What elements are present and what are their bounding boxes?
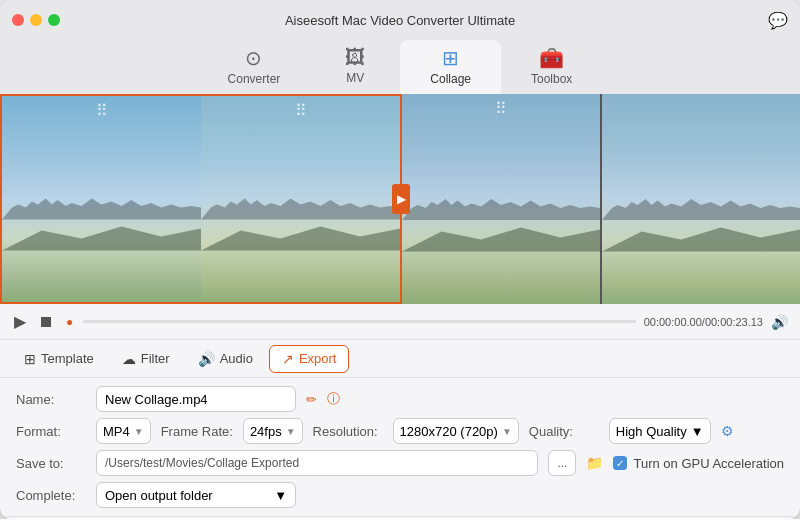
preview-right: ⠿ [402, 94, 800, 304]
tab-export[interactable]: ↗ Export [269, 345, 350, 373]
nav-tab-collage[interactable]: ⊞ Collage [400, 40, 501, 94]
format-arrow: ▼ [134, 426, 144, 437]
format-value: MP4 [103, 424, 130, 439]
quality-value: High Quality [616, 424, 687, 439]
format-select[interactable]: MP4 ▼ [96, 418, 151, 444]
main-nav: ⊙ Converter 🖼 MV ⊞ Collage 🧰 Toolbox [0, 40, 800, 94]
mv-icon: 🖼 [345, 46, 365, 69]
nav-tab-toolbox[interactable]: 🧰 Toolbox [501, 40, 602, 94]
app-window: Aiseesoft Mac Video Converter Ultimate 💬… [0, 0, 800, 519]
play-button[interactable]: ▶ [12, 310, 28, 333]
preview-area: ⠿ ▶ ⠿ ⠿ [0, 94, 800, 304]
maximize-button[interactable] [48, 14, 60, 26]
tab-audio-label: Audio [220, 351, 253, 366]
close-button[interactable] [12, 14, 24, 26]
resolution-label: Resolution: [313, 424, 383, 439]
record-button[interactable]: ● [64, 313, 75, 331]
grid-icon-3: ⠿ [495, 99, 507, 118]
saveto-row: Save to: ... 📁 ✓ Turn on GPU Acceleratio… [16, 450, 784, 476]
saveto-input[interactable] [96, 450, 538, 476]
resolution-value: 1280x720 (720p) [400, 424, 498, 439]
window-title: Aiseesoft Mac Video Converter Ultimate [285, 13, 515, 28]
grid-icon-2: ⠿ [295, 101, 307, 120]
settings-gear-icon[interactable]: ⚙ [721, 423, 734, 439]
resolution-arrow: ▼ [502, 426, 512, 437]
preview-panel-3: ⠿ [402, 94, 600, 304]
tab-filter[interactable]: ☁ Filter [110, 346, 182, 372]
titlebar: Aiseesoft Mac Video Converter Ultimate 💬 [0, 0, 800, 40]
nav-tab-converter-label: Converter [228, 72, 281, 86]
playback-bar: ▶ ⏹ ● 00:00:00.00/00:00:23.13 🔊 [0, 304, 800, 340]
preview-panel-4 [602, 94, 800, 304]
nav-tab-mv-label: MV [346, 71, 364, 85]
volume-icon[interactable]: 🔊 [771, 314, 788, 330]
progress-bar[interactable] [83, 320, 635, 323]
quality-arrow: ▼ [691, 424, 704, 439]
minimize-button[interactable] [30, 14, 42, 26]
format-row: Format: MP4 ▼ Frame Rate: 24fps ▼ Resolu… [16, 418, 784, 444]
traffic-lights [12, 14, 60, 26]
playback-time: 00:00:00.00/00:00:23.13 [644, 316, 763, 328]
tab-template-label: Template [41, 351, 94, 366]
complete-arrow: ▼ [274, 488, 287, 503]
name-label: Name: [16, 392, 86, 407]
quality-select[interactable]: High Quality ▼ [609, 418, 711, 444]
name-row: Name: ✏ ⓘ [16, 386, 784, 412]
settings-panel: Name: ✏ ⓘ Format: MP4 ▼ Frame Rate: 24fp… [0, 378, 800, 516]
complete-select[interactable]: Open output folder ▼ [96, 482, 296, 508]
export-tab-icon: ↗ [282, 351, 294, 367]
audio-tab-icon: 🔊 [198, 351, 215, 367]
nav-tab-collage-label: Collage [430, 72, 471, 86]
complete-label: Complete: [16, 488, 86, 503]
edit-icon[interactable]: ✏ [306, 392, 317, 407]
template-tab-icon: ⊞ [24, 351, 36, 367]
gpu-acceleration-row: ✓ Turn on GPU Acceleration [613, 456, 784, 471]
gpu-checkbox[interactable]: ✓ [613, 456, 627, 470]
collage-icon: ⊞ [442, 46, 459, 70]
nav-tab-converter[interactable]: ⊙ Converter [198, 40, 311, 94]
chat-icon[interactable]: 💬 [768, 11, 788, 30]
quality-label: Quality: [529, 424, 599, 439]
nav-tab-toolbox-label: Toolbox [531, 72, 572, 86]
converter-icon: ⊙ [245, 46, 262, 70]
tab-export-label: Export [299, 351, 337, 366]
tab-bar: ⊞ Template ☁ Filter 🔊 Audio ↗ Export [0, 340, 800, 378]
info-icon[interactable]: ⓘ [327, 390, 340, 408]
framerate-arrow: ▼ [286, 426, 296, 437]
tab-template[interactable]: ⊞ Template [12, 346, 106, 372]
tab-filter-label: Filter [141, 351, 170, 366]
toolbox-icon: 🧰 [539, 46, 564, 70]
resolution-select[interactable]: 1280x720 (720p) ▼ [393, 418, 519, 444]
grid-icon-1: ⠿ [96, 101, 108, 120]
gpu-label: Turn on GPU Acceleration [633, 456, 784, 471]
folder-icon[interactable]: 📁 [586, 455, 603, 471]
format-label: Format: [16, 424, 86, 439]
nav-tab-mv[interactable]: 🖼 MV [310, 40, 400, 94]
name-input[interactable] [96, 386, 296, 412]
preview-panel-2: ⠿ [201, 96, 400, 302]
complete-row: Complete: Open output folder ▼ [16, 482, 784, 508]
preview-panel-1: ⠿ [2, 96, 201, 302]
panel-arrow: ▶ [392, 184, 410, 214]
framerate-select[interactable]: 24fps ▼ [243, 418, 303, 444]
framerate-value: 24fps [250, 424, 282, 439]
saveto-label: Save to: [16, 456, 86, 471]
complete-value: Open output folder [105, 488, 213, 503]
tab-audio[interactable]: 🔊 Audio [186, 346, 265, 372]
filter-tab-icon: ☁ [122, 351, 136, 367]
preview-left: ⠿ ▶ ⠿ [0, 94, 402, 304]
browse-button[interactable]: ... [548, 450, 576, 476]
stop-button[interactable]: ⏹ [36, 311, 56, 333]
framerate-label: Frame Rate: [161, 424, 233, 439]
